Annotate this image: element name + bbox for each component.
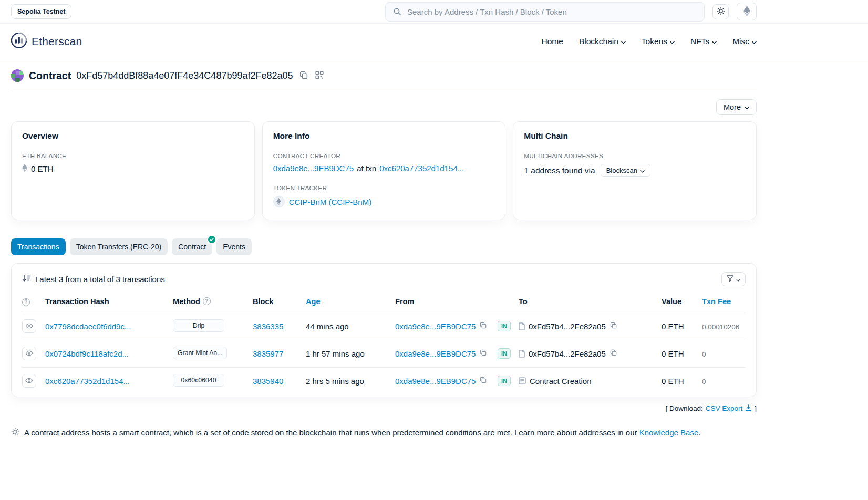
tx-fee: 0 bbox=[702, 350, 706, 358]
tx-value: 0 ETH bbox=[662, 349, 684, 358]
tx-fee: 0.00010206 bbox=[702, 323, 739, 331]
copy-icon bbox=[610, 322, 617, 330]
tx-block-link[interactable]: 3835940 bbox=[253, 377, 283, 386]
col-age-toggle[interactable]: Age bbox=[306, 295, 395, 312]
col-txn-fee-toggle[interactable]: Txn Fee bbox=[702, 295, 746, 312]
note-suffix: . bbox=[698, 428, 700, 437]
tx-to-address: Contract Creation bbox=[530, 377, 592, 386]
chevron-down-icon bbox=[621, 37, 626, 46]
tab-transactions[interactable]: Transactions bbox=[11, 238, 66, 255]
tab-events[interactable]: Events bbox=[216, 238, 252, 255]
tx-from-link[interactable]: 0xda9e8e...9EB9DC75 bbox=[395, 322, 476, 331]
addresses-found-text: 1 address found via bbox=[524, 166, 595, 175]
creator-address-link[interactable]: 0xda9e8e...9EB9DC75 bbox=[273, 164, 354, 173]
summary-cards: Overview ETH BALANCE 0 ETH More Info CON… bbox=[11, 121, 757, 220]
tx-value: 0 ETH bbox=[662, 322, 684, 331]
tx-from-link[interactable]: 0xda9e8e...9EB9DC75 bbox=[395, 349, 476, 358]
multichain-addresses-label: MULTICHAIN ADDRESSES bbox=[524, 152, 746, 160]
card-title: Overview bbox=[22, 131, 244, 141]
chevron-down-icon bbox=[736, 275, 740, 283]
knowledge-base-link[interactable]: Knowledge Base bbox=[639, 428, 699, 437]
tx-preview-button[interactable] bbox=[22, 374, 36, 388]
transaction-row: 0xc620a77352d1d154... 0x60c06040 3835940… bbox=[22, 367, 746, 394]
tx-value: 0 ETH bbox=[662, 377, 684, 386]
copy-icon bbox=[480, 377, 487, 385]
csv-export-link[interactable]: CSV Export bbox=[706, 404, 743, 412]
transactions-summary: Latest 3 from a total of 3 transactions bbox=[35, 275, 165, 284]
tx-hash-link[interactable]: 0x7798dcdaec0f6dd9c... bbox=[45, 322, 131, 331]
tab-contract[interactable]: Contract bbox=[172, 238, 212, 255]
main-content: Contract 0xFd57b4ddBf88a4e07fF4e34C487b9… bbox=[11, 69, 757, 438]
overview-card: Overview ETH BALANCE 0 ETH bbox=[11, 121, 255, 220]
transactions-panel: Latest 3 from a total of 3 transactions … bbox=[11, 263, 757, 397]
tx-to-address: 0xFd57b4...2Fe82a05 bbox=[529, 349, 606, 358]
chevron-down-icon bbox=[640, 166, 645, 174]
main-nav: Home Blockchain Tokens NFTs Misc bbox=[542, 37, 757, 46]
blockscan-dropdown[interactable]: Blockscan bbox=[601, 164, 650, 177]
network-selector-button[interactable]: Sepolia Testnet bbox=[11, 4, 71, 19]
qr-code-button[interactable] bbox=[314, 70, 325, 82]
token-tracker-link[interactable]: CCIP-BnM (CCIP-BnM) bbox=[289, 197, 372, 206]
tx-from-link[interactable]: 0xda9e8e...9EB9DC75 bbox=[395, 377, 476, 386]
tx-block-link[interactable]: 3836335 bbox=[253, 322, 283, 331]
note-text: A contract address hosts a smart contrac… bbox=[24, 428, 637, 437]
tx-block-link[interactable]: 3835977 bbox=[253, 349, 283, 358]
contract-creator-label: CONTRACT CREATOR bbox=[273, 152, 495, 160]
ethereum-icon bbox=[743, 6, 750, 18]
copy-address-button[interactable] bbox=[298, 70, 309, 82]
filter-button[interactable] bbox=[721, 272, 746, 286]
address-identicon bbox=[11, 69, 24, 82]
sort-icon bbox=[22, 275, 31, 284]
transaction-row: 0x7798dcdaec0f6dd9c... Drip 3836335 44 m… bbox=[22, 312, 746, 340]
tx-age: 1 hr 57 mins ago bbox=[306, 349, 365, 358]
col-value: Value bbox=[662, 295, 702, 312]
copy-to-button[interactable] bbox=[609, 349, 617, 358]
copy-from-button[interactable] bbox=[479, 376, 487, 386]
copy-from-button[interactable] bbox=[479, 321, 487, 331]
download-suffix: ] bbox=[755, 404, 757, 412]
help-icon[interactable]: ? bbox=[203, 297, 211, 305]
tab-bar: Transactions Token Transfers (ERC-20) Co… bbox=[11, 238, 757, 255]
copy-from-button[interactable] bbox=[479, 349, 487, 358]
download-prefix: [ Download: bbox=[665, 404, 702, 412]
tx-hash-link[interactable]: 0xc620a77352d1d154... bbox=[45, 377, 130, 386]
nav-blockchain[interactable]: Blockchain bbox=[579, 37, 626, 46]
theme-toggle-button[interactable] bbox=[712, 4, 729, 19]
verified-check-icon bbox=[208, 236, 215, 243]
search-input[interactable] bbox=[407, 7, 698, 16]
tx-preview-button[interactable] bbox=[22, 347, 36, 360]
etherscan-logo[interactable]: Etherscan bbox=[11, 33, 82, 50]
transactions-table: ? Transaction Hash Method ? Block Age Fr… bbox=[22, 295, 746, 394]
col-block: Block bbox=[253, 295, 306, 312]
nav-misc[interactable]: Misc bbox=[732, 37, 757, 46]
tx-preview-button[interactable] bbox=[22, 319, 36, 333]
direction-badge: IN bbox=[498, 348, 511, 359]
chevron-down-icon bbox=[745, 103, 749, 111]
multichain-card: Multi Chain MULTICHAIN ADDRESSES 1 addre… bbox=[513, 121, 757, 220]
help-icon[interactable]: ? bbox=[22, 298, 30, 306]
copy-icon bbox=[480, 349, 487, 358]
tab-token-transfers[interactable]: Token Transfers (ERC-20) bbox=[70, 238, 168, 255]
creation-txn-link[interactable]: 0xc620a77352d1d154... bbox=[379, 164, 464, 173]
card-title: Multi Chain bbox=[524, 131, 746, 141]
nav-tokens[interactable]: Tokens bbox=[642, 37, 675, 46]
tx-fee: 0 bbox=[702, 378, 706, 386]
card-title: More Info bbox=[273, 131, 495, 141]
tx-method-badge: 0x60c06040 bbox=[173, 374, 224, 387]
chevron-down-icon bbox=[752, 37, 757, 46]
contract-creation-icon bbox=[519, 377, 526, 384]
search-bar[interactable] bbox=[385, 2, 705, 22]
tx-hash-link[interactable]: 0x0724bdf9c118afc2d... bbox=[45, 349, 129, 358]
network-switch-button[interactable] bbox=[737, 3, 757, 20]
funnel-icon bbox=[727, 275, 733, 283]
site-header: Etherscan Home Blockchain Tokens NFTs Mi… bbox=[0, 24, 868, 59]
etherscan-logo-icon bbox=[11, 33, 27, 50]
more-button[interactable]: More bbox=[716, 99, 757, 115]
nav-nfts[interactable]: NFTs bbox=[690, 37, 717, 46]
col-method: Method bbox=[173, 297, 200, 306]
copy-to-button[interactable] bbox=[609, 321, 617, 331]
qr-code-icon bbox=[315, 71, 324, 81]
more-info-card: More Info CONTRACT CREATOR 0xda9e8e...9E… bbox=[262, 121, 506, 220]
eth-balance-label: ETH BALANCE bbox=[22, 152, 244, 160]
nav-home[interactable]: Home bbox=[542, 37, 563, 46]
